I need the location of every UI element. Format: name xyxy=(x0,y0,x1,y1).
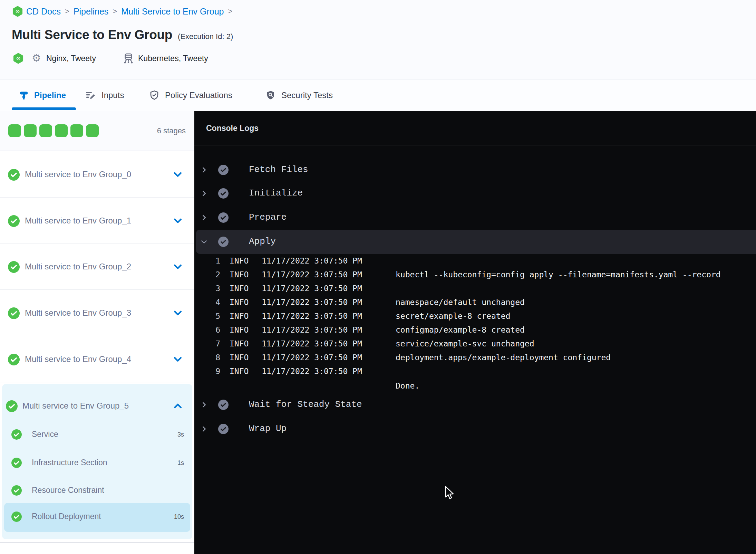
step-name: Rollout Deployment xyxy=(32,512,101,521)
execution-id: (Execution Id: 2) xyxy=(178,32,233,41)
environments-icon xyxy=(123,53,134,65)
console-step-label: Fetch Files xyxy=(249,164,308,175)
log-line: 6 INFO 11/17/2022 3:07:50 PM configmap/e… xyxy=(194,323,756,337)
log-line: 7 INFO 11/17/2022 3:07:50 PM service/exa… xyxy=(194,337,756,351)
success-check-icon xyxy=(218,188,229,199)
tab-security-tests-label: Security Tests xyxy=(281,90,333,100)
breadcrumb-link-pipelines[interactable]: Pipelines xyxy=(74,7,108,17)
log-timestamp: 11/17/2022 3:07:50 PM xyxy=(262,339,362,348)
chevron-down-icon[interactable] xyxy=(200,238,208,246)
tab-policy-evaluations-label: Policy Evaluations xyxy=(165,90,232,100)
console-step-label: Apply xyxy=(249,236,276,247)
success-check-icon xyxy=(11,485,22,496)
svg-text:∞: ∞ xyxy=(16,55,20,61)
log-line: 8 INFO 11/17/2022 3:07:50 PM deployment.… xyxy=(194,351,756,364)
console-step-fetch-files[interactable]: Fetch Files xyxy=(194,162,756,178)
harness-logo-icon: ∞ xyxy=(12,6,23,17)
chevron-up-icon[interactable] xyxy=(173,402,183,411)
stage-row-0[interactable]: Multi service to Env Group_0 xyxy=(0,166,194,183)
divider xyxy=(0,289,194,290)
tab-policy-evaluations[interactable]: Policy Evaluations xyxy=(149,79,232,111)
chevron-right-icon[interactable] xyxy=(200,401,208,409)
log-line-number: 4 xyxy=(201,298,220,307)
stage-status-squares xyxy=(8,124,99,137)
log-line: 1 INFO 11/17/2022 3:07:50 PM xyxy=(194,254,756,268)
divider xyxy=(0,336,194,336)
chevron-down-icon[interactable] xyxy=(173,170,183,179)
stage-square xyxy=(86,124,99,137)
breadcrumb-separator: > xyxy=(64,7,70,16)
step-row-rollout-deployment[interactable]: Rollout Deployment 10s xyxy=(2,509,192,524)
stage-square xyxy=(70,124,83,137)
chevron-down-icon[interactable] xyxy=(173,262,183,271)
stage-square xyxy=(55,124,68,137)
step-name: Resource Constraint xyxy=(32,486,104,495)
stage-square xyxy=(24,124,37,137)
chevron-down-icon[interactable] xyxy=(173,355,183,364)
step-row-service[interactable]: Service 3s xyxy=(2,427,192,442)
success-check-icon xyxy=(8,215,20,227)
stage-row-3[interactable]: Multi service to Env Group_3 xyxy=(0,305,194,322)
console-step-apply-expanded[interactable]: Apply xyxy=(196,230,756,254)
log-level: INFO xyxy=(230,298,249,307)
success-check-icon xyxy=(6,400,18,412)
chevron-right-icon[interactable] xyxy=(200,166,208,174)
console-step-wrap-up[interactable]: Wrap Up xyxy=(194,421,756,437)
log-line-number: 8 xyxy=(201,353,220,362)
log-message: secret/example-8 created xyxy=(396,312,510,321)
stage-row-4[interactable]: Multi service to Env Group_4 xyxy=(0,351,194,368)
log-line: 4 INFO 11/17/2022 3:07:50 PM namespace/d… xyxy=(194,295,756,309)
chevron-right-icon[interactable] xyxy=(200,214,208,221)
console-logs-panel: Console Logs Fetch Files Initialize Prep… xyxy=(194,111,756,554)
mouse-cursor xyxy=(444,486,455,501)
log-message: deployment.apps/example-deployment confi… xyxy=(396,353,611,362)
step-row-infrastructure[interactable]: Infrastructure Section 1s xyxy=(2,455,192,470)
step-duration: 1s xyxy=(177,459,184,467)
tab-security-tests[interactable]: Security Tests xyxy=(265,79,333,111)
log-line-number: 6 xyxy=(201,325,220,334)
log-message: service/example-svc unchanged xyxy=(396,339,534,348)
cd-module-icon: ∞ xyxy=(13,53,23,64)
log-timestamp: 11/17/2022 3:07:50 PM xyxy=(262,256,362,265)
active-tab-underline xyxy=(12,107,76,110)
divider xyxy=(0,151,194,151)
log-line-number: 9 xyxy=(201,367,220,376)
console-step-wait-for-steady-state[interactable]: Wait for Steady State xyxy=(194,397,756,412)
step-row-resource-constraint[interactable]: Resource Constraint xyxy=(2,483,192,498)
svg-text:∞: ∞ xyxy=(15,8,20,15)
console-step-label: Wrap Up xyxy=(249,423,287,434)
tab-pipeline-label: Pipeline xyxy=(34,90,66,100)
log-line-done: Done. xyxy=(194,379,756,393)
chevron-right-icon[interactable] xyxy=(200,425,208,433)
services-label: Nginx, Tweety xyxy=(46,54,96,63)
breadcrumb-link-pipeline-name[interactable]: Multi Service to Env Group xyxy=(121,7,224,17)
stage-row-5-expanded[interactable]: Multi service to Env Group_5 xyxy=(2,398,192,414)
success-check-icon xyxy=(218,400,229,410)
title-row: Multi Service to Env Group (Execution Id… xyxy=(12,28,233,42)
step-duration: 10s xyxy=(174,513,184,520)
log-level: INFO xyxy=(230,353,249,362)
console-step-prepare[interactable]: Prepare xyxy=(194,210,756,225)
breadcrumb-separator: > xyxy=(227,7,233,16)
chevron-right-icon[interactable] xyxy=(200,190,208,197)
log-line-number: 1 xyxy=(201,256,220,265)
stage-row-1[interactable]: Multi service to Env Group_1 xyxy=(0,213,194,229)
stage-row-2[interactable]: Multi service to Env Group_2 xyxy=(0,259,194,275)
log-level: INFO xyxy=(230,284,249,293)
tab-inputs[interactable]: Inputs xyxy=(85,79,124,111)
log-line: 3 INFO 11/17/2022 3:07:50 PM xyxy=(194,281,756,295)
success-check-icon xyxy=(8,169,20,181)
stage-name: Multi service to Env Group_1 xyxy=(25,216,131,226)
console-step-initialize[interactable]: Initialize xyxy=(194,186,756,201)
chevron-down-icon[interactable] xyxy=(173,309,183,318)
breadcrumb-link-cd-docs[interactable]: CD Docs xyxy=(26,7,61,17)
success-check-icon xyxy=(11,429,22,440)
log-timestamp: 11/17/2022 3:07:50 PM xyxy=(262,284,362,293)
tab-pipeline[interactable]: Pipeline xyxy=(19,79,66,111)
pipeline-icon xyxy=(19,90,29,101)
chevron-down-icon[interactable] xyxy=(173,217,183,226)
log-timestamp: 11/17/2022 3:07:50 PM xyxy=(262,312,362,321)
success-check-icon xyxy=(218,237,229,247)
stage-summary: 6 stages xyxy=(0,111,194,151)
console-logs-title: Console Logs xyxy=(206,124,259,133)
